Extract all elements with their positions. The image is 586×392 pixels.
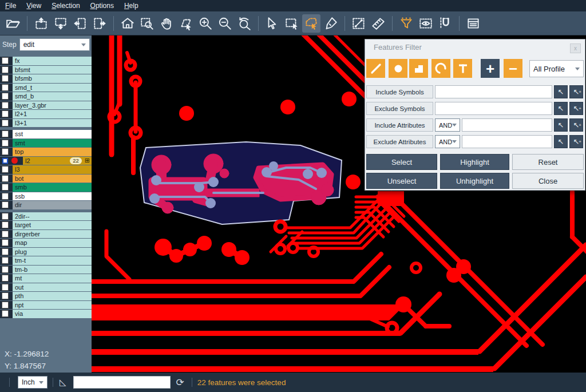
pick-add-icon[interactable]: ↖+	[569, 118, 583, 132]
layer-checkbox[interactable]	[2, 201, 9, 208]
layer-label[interactable]: l3	[13, 165, 92, 174]
layer-label[interactable]: target	[13, 221, 92, 229]
layer-label[interactable]: via	[13, 310, 92, 318]
snap-magnet-icon[interactable]	[436, 14, 454, 33]
layer-checkbox[interactable]	[2, 66, 9, 73]
layer-checkbox[interactable]	[2, 239, 9, 246]
layer-row-l2+1[interactable]: l2+1	[0, 110, 92, 118]
include-attributes-logic-select[interactable]: AND	[435, 118, 460, 132]
units-select[interactable]: Inch	[18, 376, 47, 389]
layer-checkbox[interactable]	[2, 266, 9, 273]
include-attributes-input[interactable]	[462, 118, 552, 132]
layer-row-via[interactable]: via	[0, 310, 92, 318]
layer-label[interactable]: smd_t	[13, 84, 92, 92]
view-options-eye-icon[interactable]	[417, 14, 435, 33]
unhighlight-button[interactable]: Unhighlight	[440, 173, 509, 189]
layer-checkbox[interactable]	[2, 84, 9, 91]
layer-checkbox[interactable]	[2, 231, 9, 237]
layer-label[interactable]: plug	[13, 248, 92, 256]
layer-checkbox[interactable]	[2, 120, 9, 126]
filter-shape-text-button[interactable]	[453, 59, 472, 78]
layer-label[interactable]: npt	[13, 301, 92, 310]
layer-row-smt[interactable]: smt	[0, 139, 92, 148]
layer-label[interactable]: smt	[13, 139, 92, 148]
layer-checkbox[interactable]	[2, 102, 9, 109]
measure-distance-icon[interactable]	[350, 14, 368, 33]
filter-shape-pad-button[interactable]	[389, 59, 407, 78]
exclude-attributes-button[interactable]: Exclude Attributes	[366, 135, 433, 148]
open-file-icon[interactable]	[4, 14, 22, 33]
filter-shape-arc-button[interactable]	[431, 59, 450, 78]
zoom-area-icon[interactable]	[138, 14, 156, 33]
filter-add-button[interactable]: +	[481, 59, 500, 78]
select-pointer-icon[interactable]	[263, 14, 282, 33]
layer-row-map[interactable]: map	[0, 239, 92, 247]
layer-checkbox[interactable]	[2, 140, 9, 146]
select-rectangle-icon[interactable]	[283, 14, 301, 33]
profile-select[interactable]: All Profile	[529, 60, 584, 77]
pick-add-icon[interactable]: ↖+	[569, 85, 583, 98]
zoom-out-icon[interactable]	[216, 14, 234, 33]
layer-checkbox[interactable]	[2, 130, 9, 137]
layer-checkbox[interactable]	[2, 221, 9, 228]
layer-checkbox[interactable]	[2, 166, 9, 173]
layer-row-top[interactable]: top	[0, 148, 92, 156]
unselect-button[interactable]: Unselect	[366, 173, 437, 189]
filter-remove-button[interactable]: −	[504, 59, 522, 78]
filter-shape-surface-button[interactable]	[409, 59, 428, 78]
layer-checkbox[interactable]	[2, 148, 9, 155]
layer-label[interactable]: bfsmb	[13, 74, 92, 83]
scroll-right-icon[interactable]	[90, 14, 109, 33]
scroll-down-icon[interactable]	[52, 14, 70, 33]
menu-file[interactable]: File	[0, 0, 21, 11]
filter-shape-line-button[interactable]	[366, 59, 385, 78]
layer-row-2dir--[interactable]: 2dir--	[0, 212, 92, 221]
layer-checkbox[interactable]	[2, 157, 9, 164]
layer-checkbox[interactable]	[2, 93, 9, 100]
layers-panel-icon[interactable]	[464, 14, 482, 33]
layer-row-l3+1[interactable]: l3+1	[0, 119, 92, 128]
menu-view[interactable]: View	[21, 0, 46, 11]
layer-label[interactable]: bfsmt	[13, 66, 92, 74]
menu-selection[interactable]: Selection	[46, 0, 85, 11]
layer-checkbox[interactable]	[2, 175, 9, 182]
pick-icon[interactable]: ↖	[554, 102, 568, 115]
exclude-symbols-button[interactable]: Exclude Symbols	[366, 102, 433, 115]
layer-label[interactable]: l222⊞	[23, 157, 92, 165]
layer-checkbox[interactable]	[2, 57, 9, 64]
menu-options[interactable]: Options	[85, 0, 119, 11]
include-attributes-button[interactable]: Include Attributes	[366, 118, 433, 132]
layer-checkbox[interactable]	[2, 257, 9, 264]
pick-add-icon[interactable]: ↖+	[569, 135, 583, 148]
layer-label[interactable]: out	[13, 283, 92, 292]
layer-checkbox[interactable]	[2, 75, 9, 82]
scroll-left-icon[interactable]	[71, 14, 89, 33]
zoom-previous-icon[interactable]	[235, 14, 254, 33]
layer-row-sst[interactable]: sst	[0, 130, 92, 138]
layer-checkbox[interactable]	[2, 275, 9, 282]
layer-checkbox[interactable]	[2, 193, 9, 200]
select-button[interactable]: Select	[366, 154, 437, 170]
pick-add-icon[interactable]: ↖+	[569, 102, 583, 115]
layer-row-pth[interactable]: pth	[0, 292, 92, 300]
layer-label[interactable]: smb	[13, 183, 92, 192]
layer-row-bfsmt[interactable]: bfsmt	[0, 66, 92, 74]
layer-row-l3[interactable]: l3	[0, 165, 92, 174]
scroll-up-icon[interactable]	[32, 14, 50, 33]
layer-label[interactable]: smd_b	[13, 92, 92, 101]
layer-row-mt[interactable]: mt	[0, 274, 92, 283]
layer-row-bfsmb[interactable]: bfsmb	[0, 74, 92, 83]
command-input[interactable]	[73, 376, 171, 389]
layer-row-plug[interactable]: plug	[0, 248, 92, 256]
layer-label[interactable]: 2dir--	[13, 212, 92, 221]
close-icon[interactable]: x	[570, 43, 581, 53]
grid-icon[interactable]: ⊞	[85, 157, 90, 164]
layer-checkbox[interactable]	[2, 284, 9, 291]
pick-icon[interactable]: ↖	[554, 85, 568, 98]
layer-row-ssb[interactable]: ssb	[0, 192, 92, 201]
angle-corner-icon[interactable]: ◺	[60, 377, 66, 387]
layer-label[interactable]: sst	[13, 130, 92, 138]
zoom-home-icon[interactable]	[118, 14, 137, 33]
layer-label[interactable]: l2+1	[13, 110, 92, 118]
layer-label[interactable]: pth	[13, 292, 92, 300]
